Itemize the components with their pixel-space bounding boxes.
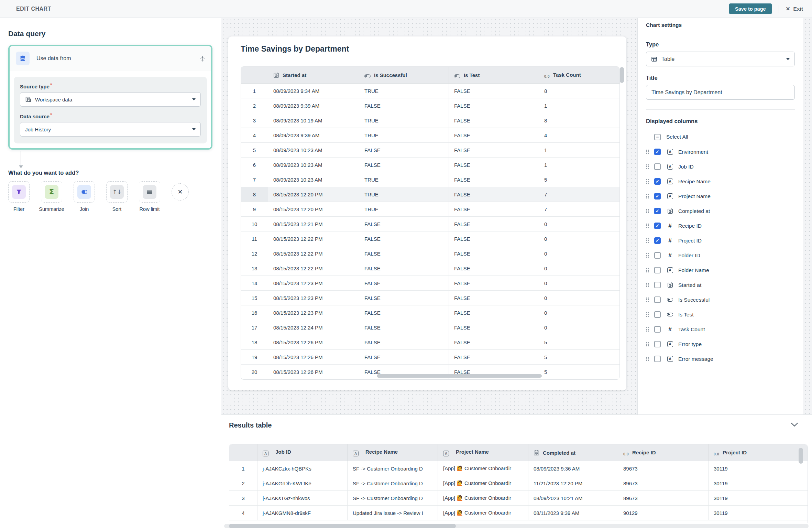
vertical-scrollbar-thumb[interactable]: [799, 448, 803, 464]
displayed-column-row: AFolder Name: [646, 263, 795, 278]
decimal-number-icon: 0.0: [623, 452, 629, 456]
drag-handle-icon[interactable]: [646, 297, 649, 302]
displayed-column-row: ✓AEnvironment: [646, 144, 795, 159]
results-table: AJob ID ARecipe Name AProject Name Compl…: [229, 444, 808, 523]
displayed-column-row: ✓AProject Name: [646, 189, 795, 204]
row-number-header: [241, 67, 268, 84]
drag-handle-icon[interactable]: [646, 149, 649, 154]
column-checkbox[interactable]: ✓: [654, 193, 661, 199]
dismiss-button[interactable]: ✕: [172, 183, 189, 201]
column-header-completed-at[interactable]: Completed at: [528, 444, 618, 461]
column-checkbox[interactable]: ✓: [654, 237, 661, 244]
column-header-project-id[interactable]: 0.0Project ID: [709, 444, 808, 461]
date-type-icon: [666, 282, 674, 288]
add-option-filter[interactable]: Filter: [8, 181, 30, 212]
table-cell: j-AJAKGrDh-KWLtKe: [257, 476, 348, 491]
table-row: 108/09/2023 9:34 AMTRUEFALSE8: [241, 84, 620, 98]
drag-handle-icon[interactable]: [646, 268, 649, 273]
horizontal-scrollbar-thumb[interactable]: [229, 524, 456, 528]
add-option-summarize[interactable]: Σ Summarize: [41, 181, 62, 212]
workspace-data-icon: [25, 96, 31, 102]
exit-button[interactable]: ✕ Exit: [786, 6, 803, 12]
drag-handle-icon[interactable]: [646, 327, 649, 332]
table-cell: TRUE: [359, 84, 449, 98]
drag-handle-icon[interactable]: [646, 356, 649, 361]
column-checkbox[interactable]: [654, 326, 661, 333]
vertical-scrollbar-thumb[interactable]: [620, 67, 624, 83]
column-checkbox[interactable]: ✓: [654, 178, 661, 185]
drag-handle-icon[interactable]: [646, 194, 649, 199]
column-header-is-successful[interactable]: Is Successful: [359, 67, 449, 84]
column-header-started-at[interactable]: Started at: [268, 67, 359, 84]
add-option-sort[interactable]: ↑↓ Sort: [106, 181, 128, 212]
data-source-select[interactable]: Job History: [20, 122, 201, 137]
table-cell: 0: [539, 276, 620, 291]
table-cell: 1: [539, 143, 620, 158]
drag-handle-icon[interactable]: [646, 238, 649, 243]
select-all-checkbox[interactable]: –: [654, 134, 661, 140]
source-type-select[interactable]: Workspace data: [20, 92, 201, 107]
column-checkbox[interactable]: [654, 252, 661, 259]
column-checkbox[interactable]: [654, 163, 661, 170]
title-input[interactable]: [646, 85, 795, 100]
table-cell: j-AJAKsTGz-nhkwos: [257, 491, 348, 506]
drag-handle-icon[interactable]: [646, 342, 649, 347]
row-number: 7: [241, 172, 268, 187]
table-cell: 89673: [618, 476, 709, 491]
text-type-icon: A: [443, 451, 449, 456]
drag-handle-icon[interactable]: [646, 312, 649, 317]
column-header-project-name[interactable]: AProject Name: [438, 444, 528, 461]
drag-handle-icon[interactable]: [646, 282, 649, 288]
save-to-page-button[interactable]: Save to page: [729, 3, 771, 14]
table-cell: FALSE: [359, 335, 449, 350]
drag-handle-icon[interactable]: [646, 164, 649, 169]
drag-handle-icon[interactable]: [646, 179, 649, 184]
column-checkbox[interactable]: ✓: [654, 208, 661, 214]
column-checkbox[interactable]: [654, 311, 661, 318]
column-header-recipe-name[interactable]: ARecipe Name: [348, 444, 438, 461]
column-label: Job ID: [678, 164, 694, 170]
column-checkbox[interactable]: [654, 341, 661, 347]
use-data-from-card[interactable]: Use data from Source type*: [8, 45, 212, 150]
table-cell: 08/09/2023 10:23 AM: [268, 158, 359, 172]
collapse-icon[interactable]: [200, 56, 205, 62]
displayed-column-row: Is Test: [646, 307, 795, 322]
horizontal-scrollbar[interactable]: [224, 524, 809, 528]
column-checkbox[interactable]: ✓: [654, 149, 661, 155]
column-header-recipe-id[interactable]: 0.0Recipe ID: [618, 444, 709, 461]
add-option-row-limit[interactable]: Row limit: [139, 181, 160, 212]
table-cell: [App] 🙋 Customer Onboardir: [438, 506, 528, 520]
chevron-down-icon[interactable]: [791, 422, 798, 427]
data-query-panel: Data query Use data from: [0, 18, 221, 529]
add-option-join[interactable]: Join: [74, 181, 95, 212]
table-cell: FALSE: [449, 350, 539, 365]
type-select[interactable]: Table: [646, 52, 795, 66]
column-label: Recipe Name: [678, 179, 711, 185]
table-cell: Updated Jira Issue -> Review I: [348, 506, 438, 520]
drag-handle-icon[interactable]: [646, 253, 649, 258]
column-header-is-test[interactable]: Is Test: [449, 67, 539, 84]
displayed-column-row: #Folder ID: [646, 248, 795, 263]
row-number: 5: [241, 143, 268, 158]
table-cell: 0: [539, 291, 620, 305]
row-number: 20: [241, 365, 268, 379]
column-checkbox[interactable]: [654, 356, 661, 362]
table-row: 1008/15/2023 12:21 PMFALSEFALSE0: [241, 217, 620, 231]
table-cell: SF -> Customer Onboarding D: [348, 491, 438, 506]
column-checkbox[interactable]: [654, 267, 661, 273]
row-number: 8: [241, 187, 268, 202]
horizontal-scrollbar-thumb[interactable]: [377, 374, 542, 378]
use-data-from-label: Use data from: [36, 55, 71, 62]
drag-handle-icon[interactable]: [646, 223, 649, 228]
table-cell: FALSE: [449, 128, 539, 143]
column-checkbox[interactable]: [654, 282, 661, 288]
column-header-job-id[interactable]: AJob ID: [257, 444, 348, 461]
column-header-task-count[interactable]: 0.0Task Count: [539, 67, 620, 84]
row-number: 15: [241, 291, 268, 305]
drag-handle-icon[interactable]: [646, 208, 649, 214]
preview-table: Started at Is Successful Is Test 0.0Task…: [241, 66, 620, 380]
table-cell: 30119: [709, 506, 808, 520]
column-checkbox[interactable]: ✓: [654, 223, 661, 229]
column-checkbox[interactable]: [654, 296, 661, 303]
table-cell: FALSE: [359, 350, 449, 365]
